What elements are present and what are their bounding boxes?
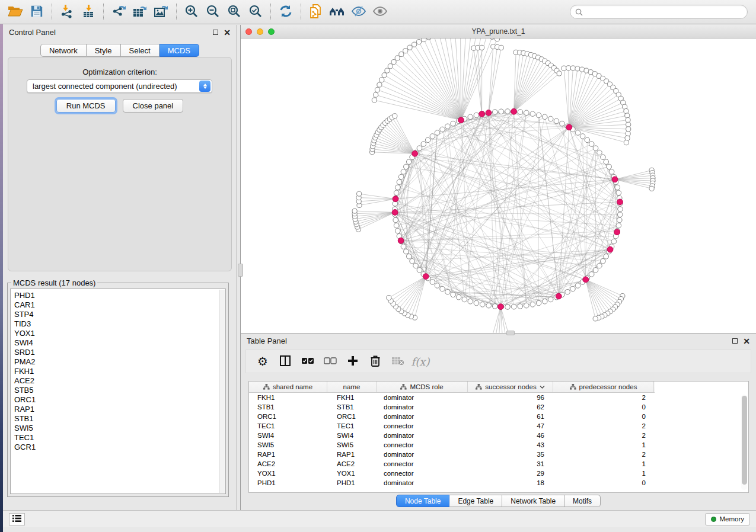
- graph-node[interactable]: [611, 239, 617, 244]
- graph-node[interactable]: [430, 134, 435, 139]
- graph-node[interactable]: [597, 150, 602, 155]
- graph-node[interactable]: [530, 111, 535, 117]
- search-input[interactable]: [586, 8, 742, 16]
- cell-shared-name[interactable]: FKH1: [249, 394, 327, 401]
- cell-name[interactable]: TEC1: [327, 422, 377, 430]
- graph-node[interactable]: [604, 159, 609, 165]
- open-session-button[interactable]: [5, 2, 26, 22]
- graph-leaf-node[interactable]: [374, 92, 378, 97]
- cell-predecessor-nodes[interactable]: 0: [553, 413, 654, 420]
- tab-network[interactable]: Network: [40, 44, 87, 57]
- mcds-hub-node[interactable]: [583, 277, 589, 283]
- graph-node[interactable]: [505, 305, 511, 310]
- cell-successor-nodes[interactable]: 62: [468, 403, 553, 411]
- graph-node[interactable]: [511, 304, 516, 309]
- graph-node[interactable]: [417, 268, 422, 273]
- graph-node[interactable]: [609, 169, 614, 175]
- graph-node[interactable]: [589, 272, 594, 277]
- cell-predecessor-nodes[interactable]: 0: [553, 479, 654, 486]
- mcds-result-item[interactable]: FKH1: [14, 367, 225, 376]
- graph-node[interactable]: [394, 190, 399, 196]
- cell-MCDS-role[interactable]: connector: [377, 470, 468, 477]
- graph-node[interactable]: [445, 124, 451, 129]
- mcds-result-item[interactable]: SWI5: [14, 424, 225, 433]
- cell-name[interactable]: ACE2: [327, 460, 377, 467]
- mcds-hub-node[interactable]: [511, 108, 517, 114]
- cell-successor-nodes[interactable]: 46: [468, 432, 553, 439]
- float-panel-icon[interactable]: [213, 30, 218, 35]
- run-mcds-button[interactable]: Run MCDS: [56, 99, 116, 113]
- graph-node[interactable]: [397, 180, 402, 185]
- graph-leaf-node[interactable]: [579, 67, 584, 72]
- mcds-result-item[interactable]: ORC1: [14, 395, 225, 405]
- cell-successor-nodes[interactable]: 61: [468, 413, 553, 420]
- table-row[interactable]: SWI4SWI4dominator462: [249, 431, 748, 440]
- graph-node[interactable]: [421, 142, 426, 147]
- cell-name[interactable]: PHD1: [327, 479, 377, 486]
- cell-name[interactable]: FKH1: [327, 394, 377, 401]
- cell-name[interactable]: RAP1: [327, 451, 377, 458]
- cell-successor-nodes[interactable]: 29: [468, 470, 553, 477]
- graph-node[interactable]: [589, 142, 594, 147]
- cell-successor-nodes[interactable]: 43: [468, 441, 553, 448]
- cell-name[interactable]: SWI4: [327, 432, 377, 439]
- mcds-result-item[interactable]: PMA2: [14, 357, 225, 367]
- graph-node[interactable]: [395, 185, 400, 190]
- tab-style[interactable]: Style: [87, 44, 121, 57]
- graph-node[interactable]: [607, 164, 612, 169]
- graph-leaf-node[interactable]: [422, 39, 426, 42]
- graph-node[interactable]: [560, 121, 565, 126]
- column-header-successor-nodes[interactable]: successor nodes: [468, 382, 553, 392]
- panel-splitter-handle[interactable]: [238, 264, 243, 277]
- cell-shared-name[interactable]: STB1: [249, 403, 327, 411]
- graph-node[interactable]: [406, 159, 412, 165]
- graph-leaf-node[interactable]: [625, 136, 630, 140]
- mcds-result-item[interactable]: STB5: [14, 386, 225, 395]
- cell-MCDS-role[interactable]: dominator: [377, 413, 468, 420]
- graph-node[interactable]: [445, 289, 451, 294]
- graph-node[interactable]: [617, 217, 623, 223]
- tab-network-table[interactable]: Network Table: [502, 495, 564, 507]
- graph-leaf-node[interactable]: [393, 114, 397, 118]
- graph-node[interactable]: [542, 299, 547, 304]
- column-header-predecessor-nodes[interactable]: predecessor nodes: [553, 382, 654, 392]
- network-window-titlebar[interactable]: YPA_prune.txt_1: [241, 25, 756, 39]
- cell-predecessor-nodes[interactable]: 1: [553, 470, 654, 477]
- graph-leaf-node[interactable]: [495, 39, 499, 41]
- graph-leaf-node[interactable]: [426, 39, 431, 40]
- mcds-result-item[interactable]: SWI4: [14, 338, 225, 348]
- show-all-button[interactable]: [369, 2, 391, 22]
- graph-node[interactable]: [604, 254, 609, 259]
- cell-MCDS-role[interactable]: connector: [377, 460, 468, 467]
- graph-leaf-node[interactable]: [407, 45, 412, 50]
- graph-node[interactable]: [565, 289, 570, 294]
- float-panel-icon[interactable]: [732, 338, 738, 344]
- graph-node[interactable]: [394, 223, 399, 228]
- zoom-in-button[interactable]: [181, 2, 202, 22]
- mcds-result-item[interactable]: TID3: [14, 319, 225, 329]
- search-binoculars-button[interactable]: [327, 2, 348, 22]
- graph-node[interactable]: [395, 228, 400, 233]
- cell-MCDS-role[interactable]: connector: [377, 441, 468, 448]
- tab-motifs[interactable]: Motifs: [564, 495, 601, 507]
- mcds-hub-node[interactable]: [566, 124, 572, 130]
- cell-MCDS-role[interactable]: dominator: [377, 432, 468, 439]
- mcds-hub-node[interactable]: [412, 150, 418, 156]
- save-session-button[interactable]: [26, 2, 47, 22]
- mcds-hub-node[interactable]: [617, 199, 623, 205]
- graph-leaf-node[interactable]: [570, 66, 575, 70]
- graph-node[interactable]: [474, 113, 479, 118]
- cell-shared-name[interactable]: YOX1: [249, 470, 327, 477]
- network-search-field[interactable]: [570, 5, 748, 19]
- graph-leaf-node[interactable]: [490, 39, 495, 39]
- graph-node[interactable]: [601, 155, 606, 160]
- graph-node[interactable]: [580, 134, 585, 139]
- zoom-selected-button[interactable]: [245, 2, 266, 22]
- tab-mcds[interactable]: MCDS: [160, 44, 199, 57]
- graph-leaf-node[interactable]: [385, 68, 390, 73]
- graph-node[interactable]: [524, 303, 529, 308]
- graph-node[interactable]: [492, 110, 497, 115]
- mcds-result-scrollbar[interactable]: [219, 290, 225, 493]
- mcds-result-item[interactable]: PHD1: [14, 291, 225, 300]
- cell-name[interactable]: SWI5: [327, 441, 377, 448]
